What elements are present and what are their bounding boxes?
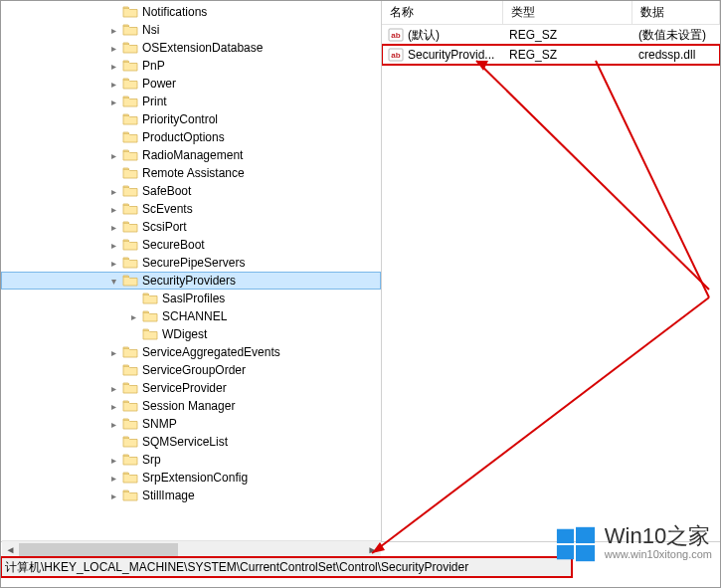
tree-item-serviceaggregatedevents[interactable]: ▸ServiceAggregatedEvents xyxy=(1,343,381,361)
scroll-right-arrow-icon[interactable]: ► xyxy=(364,541,381,558)
folder-icon xyxy=(122,274,138,288)
list-header: 名称 类型 数据 xyxy=(382,1,720,25)
registry-values-pane[interactable]: 名称 类型 数据 ab(默认)REG_SZ(数值未设置)abSecurityPr… xyxy=(382,1,720,541)
folder-icon xyxy=(122,112,138,126)
chevron-right-icon[interactable]: ▸ xyxy=(106,453,120,467)
tree-item-label: PriorityControl xyxy=(142,112,218,126)
tree-item-servicegrouporder[interactable]: ServiceGroupOrder xyxy=(1,361,381,379)
tree-item-serviceprovider[interactable]: ▸ServiceProvider xyxy=(1,379,381,397)
tree-item-label: SecurityProviders xyxy=(142,274,236,288)
chevron-right-icon[interactable]: ▸ xyxy=(106,381,120,395)
chevron-right-icon[interactable]: ▸ xyxy=(106,77,120,91)
chevron-down-icon[interactable]: ▾ xyxy=(106,274,120,288)
folder-icon xyxy=(122,5,138,19)
tree-item-label: OSExtensionDatabase xyxy=(142,41,263,55)
chevron-right-icon[interactable]: ▸ xyxy=(106,256,120,270)
tree-item-wdigest[interactable]: WDigest xyxy=(1,325,381,343)
chevron-right-icon[interactable]: ▸ xyxy=(106,59,120,73)
tree-item-sqmservicelist[interactable]: SQMServiceList xyxy=(1,433,381,451)
chevron-right-icon[interactable]: ▸ xyxy=(126,309,140,323)
tree-item-snmp[interactable]: ▸SNMP xyxy=(1,415,381,433)
tree-item-schannel[interactable]: ▸SCHANNEL xyxy=(1,307,381,325)
folder-icon xyxy=(122,184,138,198)
tree-horizontal-scrollbar[interactable]: ◄ ► xyxy=(2,540,381,557)
chevron-right-icon[interactable]: ▸ xyxy=(106,220,120,234)
chevron-right-icon[interactable]: ▸ xyxy=(106,148,120,162)
tree-item-session-manager[interactable]: ▸Session Manager xyxy=(1,397,381,415)
value-name-cell: abSecurityProvid... xyxy=(382,45,503,65)
tree-item-remote-assistance[interactable]: Remote Assistance xyxy=(1,164,381,182)
tree-item-label: RadioManagement xyxy=(142,148,243,162)
chevron-right-icon[interactable]: ▸ xyxy=(106,399,120,413)
folder-icon xyxy=(122,166,138,180)
chevron-right-icon[interactable]: ▸ xyxy=(106,489,120,502)
tree-item-secureboot[interactable]: ▸SecureBoot xyxy=(1,236,381,254)
tree-item-scsiport[interactable]: ▸ScsiPort xyxy=(1,218,381,236)
value-type: REG_SZ xyxy=(509,48,557,62)
tree-item-srp[interactable]: ▸Srp xyxy=(1,451,381,469)
tree-item-label: ScsiPort xyxy=(142,220,187,234)
chevron-right-icon[interactable]: ▸ xyxy=(106,95,120,108)
tree-item-label: SaslProfiles xyxy=(162,292,225,305)
folder-icon xyxy=(122,489,138,502)
tree-item-label: Srp xyxy=(142,453,161,467)
scroll-left-arrow-icon[interactable]: ◄ xyxy=(2,541,19,558)
folder-icon xyxy=(122,77,138,91)
value-row[interactable]: ab(默认)REG_SZ(数值未设置) xyxy=(382,25,720,45)
tree-item-productoptions[interactable]: ProductOptions xyxy=(1,128,381,146)
col-header-name[interactable]: 名称 xyxy=(382,1,503,24)
tree-item-safeboot[interactable]: ▸SafeBoot xyxy=(1,182,381,200)
value-name: SecurityProvid... xyxy=(408,48,494,62)
tree-item-nsi[interactable]: ▸Nsi xyxy=(1,21,381,39)
tree-item-scevents[interactable]: ▸ScEvents xyxy=(1,200,381,218)
folder-icon xyxy=(122,417,138,431)
tree-item-label: SecurePipeServers xyxy=(142,256,245,270)
folder-icon xyxy=(122,130,138,144)
tree-item-osextensiondatabase[interactable]: ▸OSExtensionDatabase xyxy=(1,39,381,57)
col-header-data[interactable]: 数据 xyxy=(632,1,720,24)
tree-item-label: SecureBoot xyxy=(142,238,205,252)
scroll-thumb[interactable] xyxy=(19,543,178,556)
chevron-right-icon[interactable]: ▸ xyxy=(106,23,120,37)
folder-icon xyxy=(122,453,138,467)
folder-icon xyxy=(122,471,138,485)
tree-item-prioritycontrol[interactable]: PriorityControl xyxy=(1,110,381,128)
tree-item-securityproviders[interactable]: ▾SecurityProviders xyxy=(1,272,381,290)
tree-item-stillimage[interactable]: ▸StillImage xyxy=(1,487,381,504)
chevron-right-icon[interactable]: ▸ xyxy=(106,184,120,198)
tree-item-radiomanagement[interactable]: ▸RadioManagement xyxy=(1,146,381,164)
string-value-icon: ab xyxy=(388,27,404,43)
svg-rect-12 xyxy=(576,545,595,561)
tree-item-print[interactable]: ▸Print xyxy=(1,93,381,110)
chevron-right-icon[interactable]: ▸ xyxy=(106,417,120,431)
folder-icon xyxy=(142,327,158,341)
chevron-right-icon[interactable]: ▸ xyxy=(106,471,120,485)
folder-icon xyxy=(142,309,158,323)
tree-item-label: ServiceAggregatedEvents xyxy=(142,345,280,359)
registry-tree-pane[interactable]: Notifications▸Nsi▸OSExtensionDatabase▸Pn… xyxy=(1,1,382,541)
tree-item-label: SNMP xyxy=(142,417,177,431)
scroll-track[interactable] xyxy=(19,541,364,557)
status-path: 计算机\HKEY_LOCAL_MACHINE\SYSTEM\CurrentCon… xyxy=(5,559,468,576)
chevron-right-icon[interactable]: ▸ xyxy=(106,202,120,216)
value-row[interactable]: abSecurityProvid...REG_SZcredssp.dll xyxy=(382,45,720,65)
folder-icon xyxy=(122,256,138,270)
tree-item-power[interactable]: ▸Power xyxy=(1,75,381,93)
tree-item-pnp[interactable]: ▸PnP xyxy=(1,57,381,75)
col-header-type[interactable]: 类型 xyxy=(503,1,632,24)
chevron-right-icon[interactable]: ▸ xyxy=(106,41,120,55)
value-data-cell: credssp.dll xyxy=(632,45,720,65)
value-data: (数值未设置) xyxy=(638,27,706,44)
folder-icon xyxy=(122,95,138,108)
tree-item-label: ServiceProvider xyxy=(142,381,227,395)
chevron-right-icon[interactable]: ▸ xyxy=(106,238,120,252)
tree-item-notifications[interactable]: Notifications xyxy=(1,3,381,21)
folder-icon xyxy=(122,363,138,377)
value-type-cell: REG_SZ xyxy=(503,45,632,65)
tree-item-label: StillImage xyxy=(142,489,195,502)
tree-item-saslprofiles[interactable]: SaslProfiles xyxy=(1,290,381,307)
watermark-url: www.win10xitong.com xyxy=(605,547,712,562)
tree-item-securepipeservers[interactable]: ▸SecurePipeServers xyxy=(1,254,381,272)
chevron-right-icon[interactable]: ▸ xyxy=(106,345,120,359)
tree-item-srpextensionconfig[interactable]: ▸SrpExtensionConfig xyxy=(1,469,381,487)
